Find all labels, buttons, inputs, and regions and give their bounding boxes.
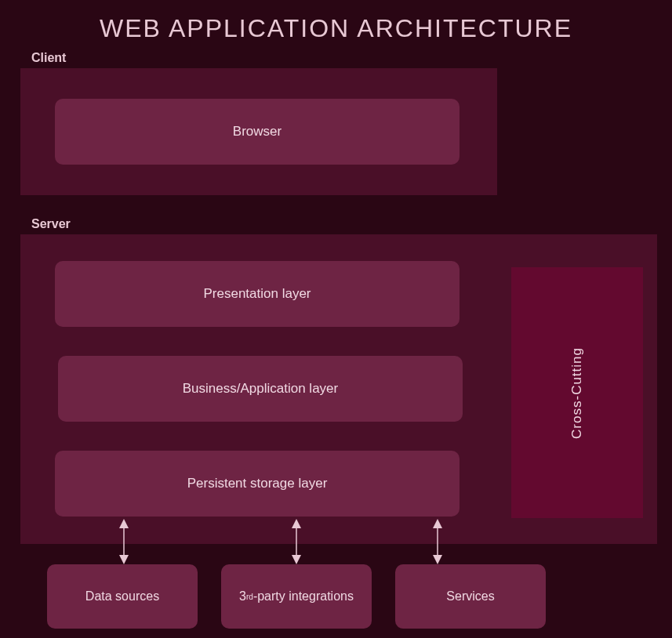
services-box: Services bbox=[395, 564, 546, 629]
browser-box: Browser bbox=[55, 99, 460, 165]
server-section-label: Server bbox=[31, 217, 672, 231]
client-section-label: Client bbox=[31, 51, 672, 65]
external-row: Data sources 3rd-party integrations Serv… bbox=[47, 564, 549, 629]
server-container: Presentation layer Business/Application … bbox=[20, 234, 657, 544]
third-party-prefix: 3 bbox=[239, 589, 246, 604]
third-party-sup: rd bbox=[246, 593, 253, 601]
persistent-storage-layer-box: Persistent storage layer bbox=[55, 451, 460, 517]
data-sources-box: Data sources bbox=[47, 564, 198, 629]
cross-cutting-box: Cross-Cutting bbox=[511, 267, 643, 518]
server-layers-column: Presentation layer Business/Application … bbox=[55, 261, 463, 517]
client-container: Browser bbox=[20, 68, 497, 195]
diagram-title: WEB APPLICATION ARCHITECTURE bbox=[0, 0, 672, 51]
third-party-box: 3rd-party integrations bbox=[221, 564, 372, 629]
business-layer-box: Business/Application layer bbox=[58, 356, 463, 422]
third-party-suffix: -party integrations bbox=[253, 589, 354, 604]
cross-cutting-label: Cross-Cutting bbox=[569, 347, 585, 439]
presentation-layer-box: Presentation layer bbox=[55, 261, 460, 327]
